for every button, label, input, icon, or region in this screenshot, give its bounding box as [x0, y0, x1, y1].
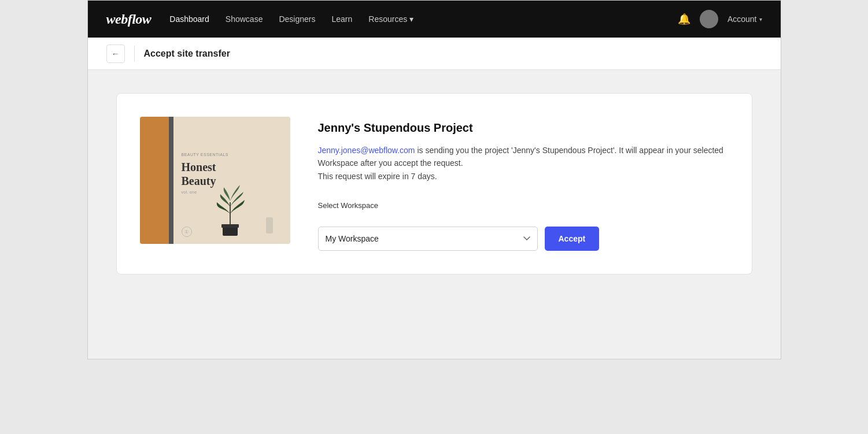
content-area: beauty essentials Honest Beauty vol. one [88, 70, 781, 359]
expiry-note: This request will expire in 7 days. [318, 172, 437, 181]
circle-badge: ① [182, 227, 192, 237]
transfer-description: Jenny.jones@webflow.com is sending you t… [318, 144, 729, 183]
notification-bell-icon[interactable]: 🔔 [678, 13, 690, 25]
project-title: Jenny's Stupendous Project [318, 121, 729, 135]
back-button[interactable]: ← [106, 44, 125, 63]
cover-subtitle: beauty essentials [182, 153, 279, 157]
workspace-section: Select Workspace My Workspace Accept [318, 201, 729, 251]
navbar-links: Dashboard Showcase Designers Learn Resou… [169, 14, 659, 24]
webflow-logo[interactable]: webflow [106, 12, 152, 27]
nav-designers[interactable]: Designers [279, 14, 315, 24]
workspace-select[interactable]: My Workspace [318, 227, 538, 251]
workspace-row: My Workspace Accept [318, 214, 600, 251]
navbar-right: 🔔 Account ▾ [678, 10, 762, 28]
nav-dashboard[interactable]: Dashboard [169, 14, 209, 24]
project-ref: Jenny's Stupendous Project [513, 146, 613, 155]
svg-rect-1 [221, 224, 239, 228]
page-title: Accept site transfer [144, 49, 230, 59]
subheader: ← Accept site transfer [88, 38, 781, 70]
cover-spine [169, 117, 173, 244]
book-cover-art: beauty essentials Honest Beauty vol. one [140, 117, 290, 244]
nav-showcase[interactable]: Showcase [226, 14, 263, 24]
project-details: Jenny's Stupendous Project Jenny.jones@w… [318, 117, 729, 251]
accept-button[interactable]: Accept [545, 227, 600, 251]
workspace-select-wrapper: Select Workspace My Workspace Accept [318, 201, 600, 251]
cover-title: Honest Beauty [182, 160, 279, 188]
cover-plant-icon [210, 185, 250, 239]
account-menu[interactable]: Account ▾ [727, 14, 762, 24]
workspace-label: Select Workspace [318, 201, 600, 210]
cover-left-panel [140, 117, 169, 244]
subheader-divider [134, 46, 135, 62]
nav-resources[interactable]: Resources ▾ [368, 14, 413, 24]
avatar[interactable] [700, 10, 718, 28]
sender-email-link[interactable]: Jenny.jones@webflow.com [318, 146, 415, 155]
page-wrapper: webflow Dashboard Showcase Designers Lea… [87, 0, 781, 359]
nav-learn[interactable]: Learn [331, 14, 352, 24]
description-before-project: is sending you the project ' [417, 146, 512, 155]
navbar: webflow Dashboard Showcase Designers Lea… [88, 1, 781, 38]
transfer-card: beauty essentials Honest Beauty vol. one [116, 93, 752, 275]
resources-chevron-icon: ▾ [409, 14, 413, 24]
project-thumbnail: beauty essentials Honest Beauty vol. one [140, 117, 290, 244]
account-chevron-icon: ▾ [759, 16, 762, 23]
svg-rect-0 [223, 227, 238, 236]
